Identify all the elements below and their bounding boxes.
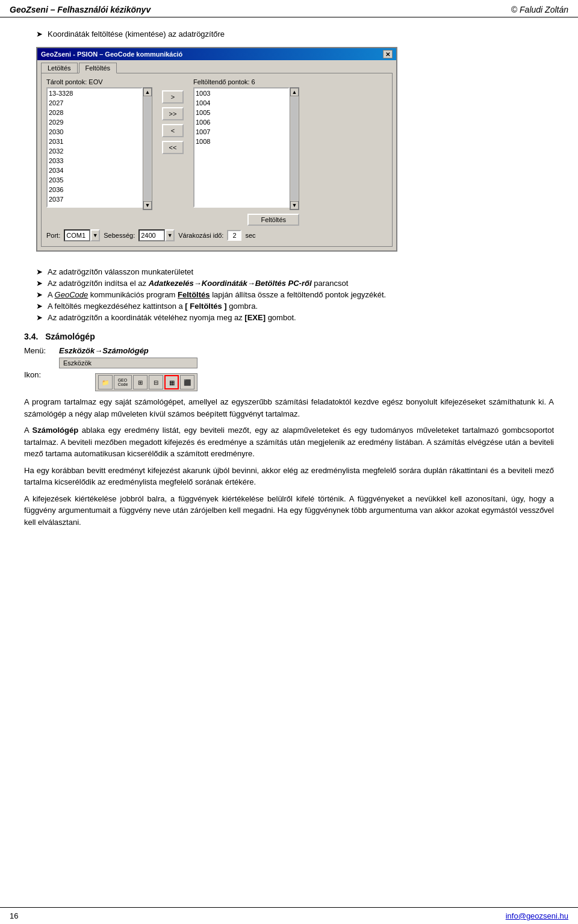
tab-feltoltes[interactable]: Feltöltés (79, 63, 117, 73)
left-list-item[interactable]: 13-3328 (48, 88, 141, 98)
right-scrollbar-down-btn[interactable]: ▼ (290, 201, 299, 209)
transfer-buttons: > >> < << (157, 90, 188, 154)
bullet-4-text: A feltöltés megkezdéséhez kattintson a [… (48, 302, 258, 311)
bullet-3-text: A GeoCode kommunikációs program Feltölté… (48, 290, 386, 299)
right-listbox-group: Feltöltendő pontok: 6 100310041005100610… (193, 78, 299, 226)
dialog-title: GeoZseni - PSION – GeoCode kommunikáció (41, 51, 182, 58)
right-scrollbar-up-btn[interactable]: ▲ (290, 88, 299, 96)
intro-bullet-text: Koordináták feltöltése (kimentése) az ad… (48, 29, 225, 39)
left-list-item[interactable]: 2033 (48, 156, 141, 166)
header-left: GeoZseni – Felhasználói kézikönyv (10, 5, 151, 14)
port-dropdown-arrow-icon[interactable]: ▼ (90, 229, 100, 241)
sec-label: sec (245, 232, 255, 239)
bullet-arrow-3-icon: ➤ (36, 290, 43, 299)
right-list-label: Feltöltendő pontok: 6 (193, 78, 255, 85)
left-list-item[interactable]: 2038 (48, 204, 141, 208)
port-row: Port: COM1 ▼ Sebesség: 2400 ▼ Várakozási… (46, 229, 387, 241)
left-list-item[interactable]: 2035 (48, 175, 141, 185)
left-listbox-group: Tárolt pontok: EOV 13-332820272028202920… (46, 78, 152, 210)
left-list-item[interactable]: 2032 (48, 146, 141, 156)
listbox-section: Tárolt pontok: EOV 13-332820272028202920… (46, 78, 387, 226)
bullet-arrow-1-icon: ➤ (36, 267, 43, 276)
bullet-arrow-icon: ➤ (36, 29, 43, 39)
right-list-item[interactable]: 1008 (194, 137, 288, 146)
menu-icon-row: Menü: Eszközök→Számológép Ikon: Eszközök… (24, 346, 554, 391)
section-34: 3.4. Számológép Menü: Eszközök→Számológé… (24, 332, 554, 528)
bullet-arrow-4-icon: ➤ (36, 302, 43, 311)
toolbar-icon-folder[interactable]: 📁 (98, 375, 113, 389)
dialog-body: Tárolt pontok: EOV 13-332820272028202920… (41, 73, 393, 247)
port-label: Port: (46, 232, 60, 239)
icon-toolbar: 📁 GEOCode ⊞ ⊟ ▦ ⬛ (95, 373, 197, 391)
toolbar-area: Eszközök 📁 GEOCode ⊞ ⊟ ▦ ⬛ (59, 358, 197, 391)
toolbar-icon-grid[interactable]: ⊞ (133, 375, 148, 389)
speed-label: Sebesség: (104, 232, 135, 239)
right-list-label-row: Feltöltendő pontok: 6 (193, 78, 299, 85)
right-list-item[interactable]: 1006 (194, 117, 288, 127)
toolbar-icon-calc[interactable]: ⊟ (149, 375, 163, 389)
wait-input[interactable] (227, 230, 241, 241)
left-list-item[interactable]: 2028 (48, 108, 141, 117)
left-list-item[interactable]: 2034 (48, 166, 141, 175)
right-scrollbar[interactable]: ▲ ▼ (290, 87, 299, 210)
toolbar-icon-highlighted[interactable]: ▦ (164, 375, 179, 389)
bullet-1: ➤ Az adatrögzítőn válasszon munkaterület… (36, 267, 554, 276)
left-list-item[interactable]: 2031 (48, 137, 141, 146)
dialog-tabs: Letöltés Feltöltés (37, 60, 396, 73)
menu-row: Menü: Eszközök→Számológép (24, 346, 197, 355)
dialog-window: GeoZseni - PSION – GeoCode kommunikáció … (36, 47, 397, 252)
footer-email-link[interactable]: info@geozseni.hu (506, 911, 568, 920)
icon-label: Ikon: (24, 370, 54, 379)
tab-letoltes[interactable]: Letöltés (41, 63, 78, 73)
speed-dropdown-arrow-icon[interactable]: ▼ (165, 229, 175, 241)
menu-icon-section: Menü: Eszközök→Számológép Ikon: Eszközök… (24, 346, 197, 391)
left-list-item[interactable]: 2029 (48, 117, 141, 127)
speed-combobox[interactable]: 2400 ▼ (138, 229, 175, 241)
right-list-item[interactable]: 1003 (194, 88, 288, 98)
left-list-item[interactable]: 2037 (48, 194, 141, 204)
scrollbar-up-btn[interactable]: ▲ (143, 88, 152, 96)
page-header: GeoZseni – Felhasználói kézikönyv © Falu… (0, 0, 578, 17)
intro-bullet: ➤ Koordináták feltöltése (kimentése) az … (36, 29, 554, 39)
transfer-right-all-button[interactable]: >> (162, 107, 184, 120)
section-34-header: 3.4. Számológép (24, 332, 554, 341)
bullet-5-text: Az adatrögzítőn a koordináták vételéhez … (48, 313, 296, 322)
scrollbar-down-btn[interactable]: ▼ (143, 201, 152, 209)
port-value[interactable]: COM1 (64, 229, 90, 241)
bullet-4: ➤ A feltöltés megkezdéséhez kattintson a… (36, 302, 554, 311)
left-list-item[interactable]: 2036 (48, 185, 141, 194)
left-list-with-scroll: 13-3328202720282029203020312032203320342… (46, 87, 152, 210)
left-listbox[interactable]: 13-3328202720282029203020312032203320342… (46, 87, 143, 208)
para-2: A Számológép ablaka egy eredmény listát,… (24, 424, 554, 460)
toolbar-icon-settings[interactable]: ⬛ (180, 375, 194, 389)
eszközök-bar: Eszközök (59, 358, 197, 368)
left-scrollbar[interactable]: ▲ ▼ (143, 87, 152, 210)
right-list-item[interactable]: 1007 (194, 127, 288, 137)
dialog-close-button[interactable]: ✕ (383, 50, 393, 58)
feltoltes-button[interactable]: Feltöltés (247, 214, 299, 226)
transfer-left-all-button[interactable]: << (162, 141, 184, 154)
bullet-arrow-5-icon: ➤ (36, 313, 43, 322)
dialog-titlebar: GeoZseni - PSION – GeoCode kommunikáció … (37, 48, 396, 60)
wait-label: Várakozási idő: (178, 232, 223, 239)
port-combobox[interactable]: COM1 ▼ (64, 229, 100, 241)
feltoltes-btn-container: Feltöltés (193, 214, 299, 226)
transfer-left-one-button[interactable]: < (162, 124, 184, 137)
bullets-section: ➤ Az adatrögzítőn válasszon munkaterület… (24, 267, 554, 322)
speed-value[interactable]: 2400 (138, 229, 165, 241)
transfer-right-one-button[interactable]: > (162, 90, 184, 104)
header-right: © Faludi Zoltán (511, 5, 568, 14)
bullet-3: ➤ A GeoCode kommunikációs program Feltöl… (36, 290, 554, 299)
section-number: 3.4. (24, 332, 38, 341)
menu-label: Menü: (24, 346, 54, 355)
left-list-label: Tárolt pontok: EOV (46, 78, 152, 85)
right-list-item[interactable]: 1004 (194, 98, 288, 108)
page-content: ➤ Koordináták feltöltése (kimentése) az … (0, 23, 578, 545)
toolbar-icon-geocode[interactable]: GEOCode (114, 375, 132, 389)
bullet-5: ➤ Az adatrögzítőn a koordináták vételéhe… (36, 313, 554, 322)
left-list-item[interactable]: 2030 (48, 127, 141, 137)
right-list-item[interactable]: 1005 (194, 108, 288, 117)
para-4: A kifejezések kiértékelése jobbról balra… (24, 493, 554, 529)
left-list-item[interactable]: 2027 (48, 98, 141, 108)
right-listbox[interactable]: 100310041005100610071008 (193, 87, 290, 208)
